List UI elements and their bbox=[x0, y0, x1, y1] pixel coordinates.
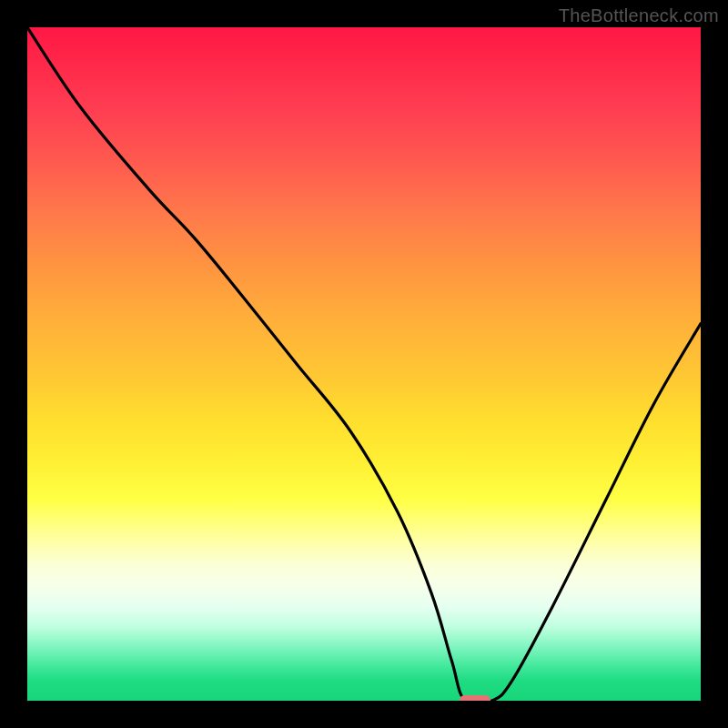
frame-bottom bbox=[0, 701, 728, 728]
frame-left bbox=[0, 0, 27, 728]
chart-plot-area bbox=[27, 27, 701, 701]
bottleneck-curve bbox=[27, 27, 701, 701]
watermark-text: TheBottleneck.com bbox=[559, 5, 719, 26]
frame-right bbox=[701, 0, 728, 728]
